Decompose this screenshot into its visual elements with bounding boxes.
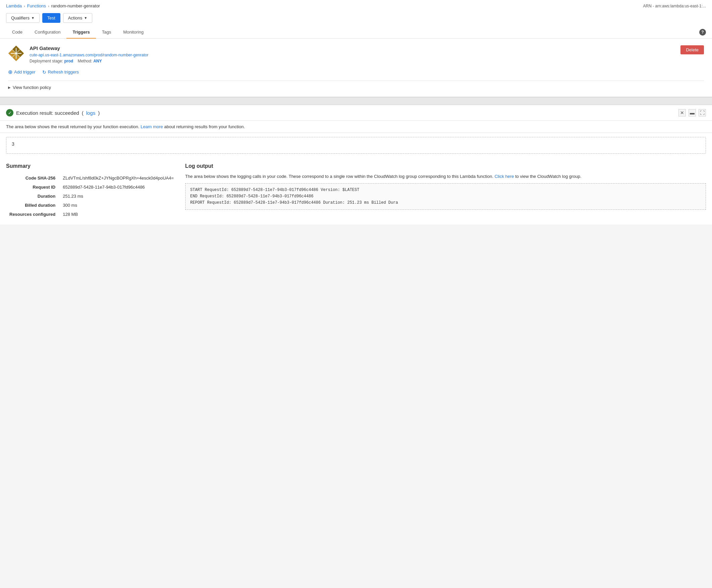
qualifiers-button[interactable]: Qualifiers ▼: [6, 13, 40, 23]
breadcrumb-sep-2: ›: [48, 4, 49, 8]
trigger-meta: Deployment stage: prod Method: ANY: [29, 59, 148, 63]
deployment-value: prod: [64, 59, 73, 63]
summary-row-request: Request ID 652889d7-5428-11e7-94b3-017fd…: [7, 183, 176, 191]
billed-duration-label: Billed duration: [7, 201, 59, 209]
tab-help: ?: [699, 26, 706, 38]
success-icon: ✓: [6, 109, 14, 117]
tab-monitoring[interactable]: Monitoring: [117, 26, 150, 39]
breadcrumb-sep-1: ›: [24, 4, 25, 8]
add-trigger-link[interactable]: ⊕ Add trigger: [8, 69, 36, 75]
learn-more-link[interactable]: Learn more: [141, 124, 163, 129]
qualifiers-label: Qualifiers: [11, 16, 29, 20]
request-id-label: Request ID: [7, 183, 59, 191]
resources-label: Resources configured: [7, 210, 59, 218]
delete-trigger-button[interactable]: Delete: [681, 45, 704, 55]
trigger-panel: API Gateway cute-api.us-east-1.amazonaws…: [0, 39, 712, 97]
summary-table: Code SHA-256 ZLdVTmL/shf8d0kZ+JYNgcBOPRg…: [6, 173, 177, 219]
tab-tags[interactable]: Tags: [96, 26, 117, 39]
arn-display: ARN - arn:aws:lambda:us-east-1:...: [643, 4, 706, 8]
tab-triggers[interactable]: Triggers: [66, 26, 95, 39]
breadcrumb: Lambda › Functions › random-number-genra…: [0, 0, 712, 10]
log-output-box: START RequestId: 652889d7-5428-11e7-94b3…: [185, 183, 706, 210]
minimize-result-button[interactable]: ▬: [689, 109, 696, 117]
method-label: Method:: [78, 59, 92, 63]
cloudwatch-link[interactable]: Click here: [495, 174, 514, 179]
result-value: 3: [12, 141, 15, 147]
view-policy-label: View function policy: [13, 85, 51, 90]
breadcrumb-current: random-number-genrator: [51, 3, 100, 8]
log-output-column: Log output The area below shows the logg…: [185, 163, 706, 219]
execution-status-text: Execution result: succeeded: [16, 110, 79, 116]
sha-label: Code SHA-256: [7, 174, 59, 182]
test-label: Test: [47, 16, 56, 20]
summary-column: Summary Code SHA-256 ZLdVTmL/shf8d0kZ+JY…: [6, 163, 177, 219]
plus-icon: ⊕: [8, 69, 13, 75]
duration-value: 251.23 ms: [60, 192, 176, 201]
summary-row-sha: Code SHA-256 ZLdVTmL/shf8d0kZ+JYNgcBOPRg…: [7, 174, 176, 182]
refresh-triggers-link[interactable]: ↻ Refresh triggers: [42, 69, 79, 75]
log-line-1: END RequestId: 652889d7-5428-11e7-94b3-0…: [190, 193, 701, 200]
method-value: ANY: [93, 59, 102, 63]
actions-label: Actions: [68, 16, 83, 20]
breadcrumb-lambda[interactable]: Lambda: [6, 3, 22, 8]
resources-value: 128 MB: [60, 210, 176, 218]
toolbar: Qualifiers ▼ Test Actions ▼: [0, 10, 712, 26]
close-result-button[interactable]: ✕: [678, 109, 686, 117]
logs-link[interactable]: logs: [86, 110, 95, 116]
summary-row-resources: Resources configured 128 MB: [7, 210, 176, 218]
result-description: The area below shows the result returned…: [0, 121, 712, 133]
result-value-box: 3: [6, 137, 706, 154]
log-line-0: START RequestId: 652889d7-5428-11e7-94b3…: [190, 187, 701, 193]
deployment-label: Deployment stage:: [29, 59, 63, 63]
result-controls: ✕ ▬ ⛶: [678, 109, 706, 117]
summary-row-billed: Billed duration 300 ms: [7, 201, 176, 209]
actions-button[interactable]: Actions ▼: [63, 13, 93, 23]
policy-arrow-icon: ▶: [8, 86, 11, 89]
log-output-title: Log output: [185, 163, 706, 169]
view-policy-toggle[interactable]: ▶ View function policy: [8, 81, 704, 90]
log-output-description: The area below shows the logging calls i…: [185, 173, 706, 180]
expand-result-button[interactable]: ⛶: [698, 109, 706, 117]
summary-row-duration: Duration 251.23 ms: [7, 192, 176, 201]
summary-title: Summary: [6, 163, 177, 169]
test-button[interactable]: Test: [42, 13, 60, 23]
result-status: ✓ Execution result: succeeded ( logs ): [6, 109, 100, 117]
result-panel: ✓ Execution result: succeeded ( logs ) ✕…: [0, 105, 712, 225]
billed-duration-value: 300 ms: [60, 201, 176, 209]
sha-value: ZLdVTmL/shf8d0kZ+JYNgcBOPRgXh+4esck0d4po…: [60, 174, 176, 182]
tabs-bar: Code Configuration Triggers Tags Monitor…: [0, 26, 712, 39]
execution-paren-close: ): [98, 110, 100, 116]
trigger-actions: ⊕ Add trigger ↻ Refresh triggers: [8, 69, 704, 75]
trigger-title: API Gateway: [29, 45, 148, 51]
actions-chevron: ▼: [84, 16, 87, 20]
breadcrumb-functions[interactable]: Functions: [27, 3, 46, 8]
log-line-2: REPORT RequestId: 652889d7-5428-11e7-94b…: [190, 200, 701, 206]
refresh-icon: ↻: [42, 69, 46, 75]
qualifiers-chevron: ▼: [31, 16, 35, 20]
tab-configuration[interactable]: Configuration: [28, 26, 66, 39]
duration-label: Duration: [7, 192, 59, 201]
api-gateway-icon: [8, 45, 24, 61]
help-icon[interactable]: ?: [699, 29, 706, 36]
section-divider: [0, 97, 712, 105]
tab-code[interactable]: Code: [6, 26, 28, 39]
execution-paren-open: (: [82, 110, 84, 116]
request-id-value: 652889d7-5428-11e7-94b3-017fd96c4486: [60, 183, 176, 191]
trigger-url[interactable]: cute-api.us-east-1.amazonaws.com/prod/ra…: [29, 53, 148, 57]
bottom-section: Summary Code SHA-256 ZLdVTmL/shf8d0kZ+JY…: [0, 158, 712, 225]
result-header: ✓ Execution result: succeeded ( logs ) ✕…: [0, 105, 712, 121]
